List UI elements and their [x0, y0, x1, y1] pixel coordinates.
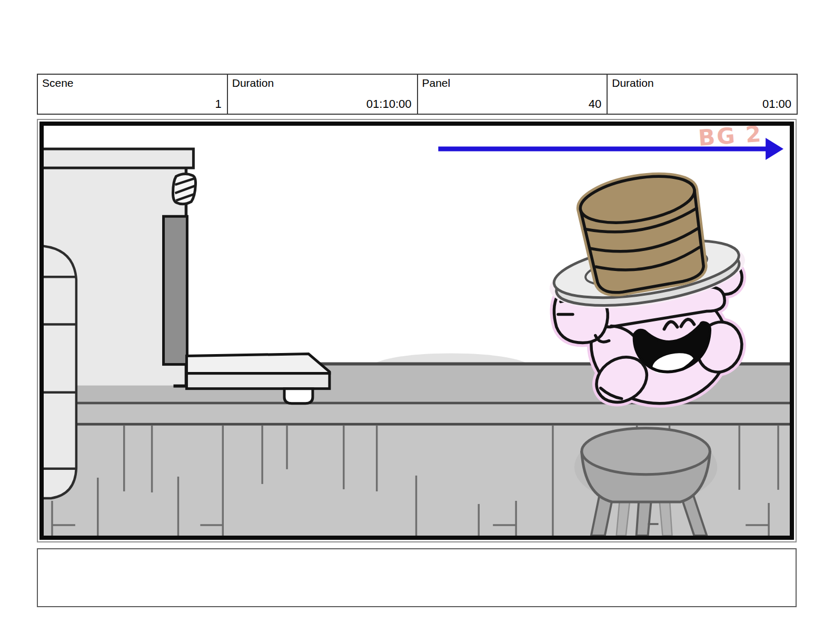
scene-duration-label: Duration [232, 77, 274, 89]
scene-duration-cell: Duration 01:10:00 [227, 75, 417, 114]
caption-box [37, 548, 797, 607]
panel-duration-cell: Duration 01:00 [607, 75, 797, 114]
stool [574, 428, 717, 536]
panel-value: 40 [589, 97, 601, 111]
panel-cell: Panel 40 [417, 75, 607, 114]
panel-duration-value: 01:00 [762, 97, 791, 111]
pancake-stack [577, 169, 710, 297]
scene-value: 1 [215, 97, 222, 111]
shot-info-table: Scene 1 Duration 01:10:00 Panel 40 Durat… [37, 74, 798, 115]
panel-frame: BG 2 [39, 122, 794, 540]
storyboard-drawing: BG 2 [44, 126, 790, 536]
scene-duration-value: 01:10:00 [366, 97, 412, 111]
scene-label: Scene [42, 77, 74, 89]
panel-label: Panel [422, 77, 451, 89]
storyboard-page: Scene 1 Duration 01:10:00 Panel 40 Durat… [0, 0, 834, 644]
storyboard-panel: BG 2 [37, 119, 797, 542]
panel-duration-label: Duration [612, 77, 653, 89]
scene-cell: Scene 1 [38, 75, 227, 114]
appliance-handle [164, 216, 187, 364]
appliance-knob-icon [173, 174, 195, 204]
left-pillar [44, 246, 76, 498]
